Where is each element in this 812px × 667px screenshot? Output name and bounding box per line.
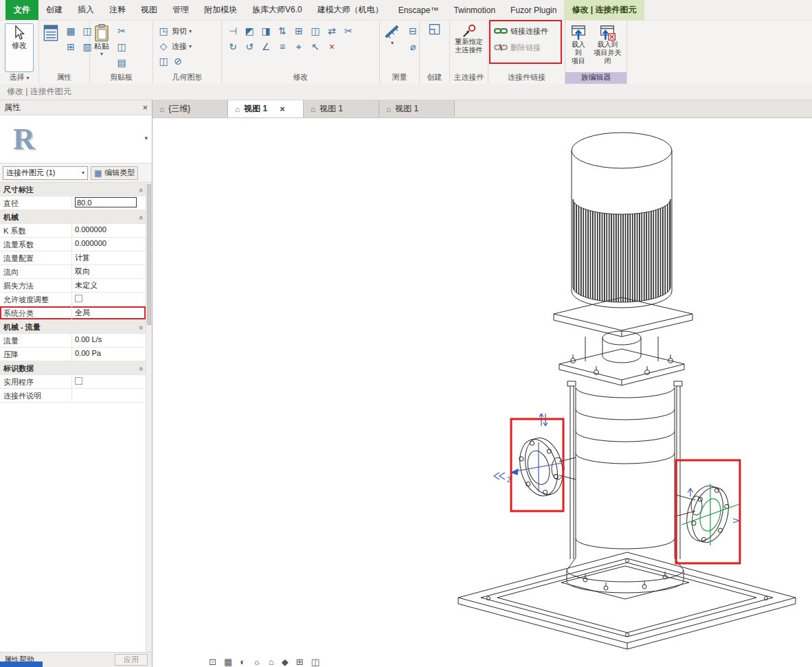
section-dimensions[interactable]: 尺寸标注 « xyxy=(0,183,146,196)
row-system-classification[interactable]: 系统分类 全局 xyxy=(0,306,146,320)
row-flow-configuration[interactable]: 流量配置 计算 xyxy=(0,251,146,265)
tab-annotate[interactable]: 注释 xyxy=(102,0,133,20)
create-group-button[interactable]: ◱ xyxy=(425,23,444,72)
split-icon[interactable]: ✂ xyxy=(340,23,357,38)
visibility-icon[interactable]: ⊞ xyxy=(63,39,79,54)
view-tab-view1-c[interactable]: ⌂ 视图 1 xyxy=(379,100,455,117)
sun-path-icon[interactable]: ☼ xyxy=(253,657,261,667)
row-k-factor[interactable]: K 系数 0.000000 xyxy=(0,224,146,238)
row-connector-description[interactable]: 连接件说明 xyxy=(0,389,146,403)
type-preview[interactable]: R ▾ xyxy=(0,115,152,163)
row-loss-method[interactable]: 损失方法 未定义 xyxy=(0,279,146,293)
copy-icon[interactable]: ◫ xyxy=(113,39,130,54)
visual-style-icon[interactable]: ◐ xyxy=(240,657,245,667)
load-project-close-icon xyxy=(599,24,616,41)
measure-button[interactable]: ▾ xyxy=(383,23,402,72)
diameter-icon[interactable]: ⌀ xyxy=(405,39,421,54)
collapse-icon[interactable]: « xyxy=(135,326,146,330)
family-types-icon[interactable]: ▦ xyxy=(63,23,79,38)
link-connectors-button[interactable]: 链接连接件 xyxy=(491,23,562,38)
tab-view[interactable]: 视图 xyxy=(133,0,165,20)
scale-icon[interactable]: ↖ xyxy=(307,39,324,54)
panel-connector-links: 链接连接件 删除链接 连接件链接 xyxy=(488,21,565,84)
close-view-icon[interactable]: × xyxy=(280,104,285,114)
void-icon[interactable]: ⊘ xyxy=(172,54,184,69)
panel-label-select[interactable]: 选择 ▾ xyxy=(0,72,38,84)
scrollbar-thumb[interactable] xyxy=(147,184,151,325)
apply-button[interactable]: 应用 xyxy=(115,654,148,666)
section-mechanical-flow[interactable]: 机械 - 流量 « xyxy=(0,320,146,334)
row-flow-factor[interactable]: 流量系数 0.000000 xyxy=(0,238,146,251)
tab-manage[interactable]: 管理 xyxy=(165,0,196,20)
rotate-icon[interactable]: ↻ xyxy=(225,39,241,54)
model-viewport[interactable]: 2 ⊡ ▦ ◐ ☼ ⌂ ◆ ⊞ ◫ xyxy=(153,118,812,667)
rotate-ccw-icon[interactable]: ↺ xyxy=(241,39,258,54)
rendering-icon[interactable]: ◆ xyxy=(282,657,289,667)
panel-modify: ⊣ ◩ ◨ ⇅ ⊞ ◫ ⇄ ✂ ↻ ↺ ∠ ≡ ⌖ ↖ × 修改 xyxy=(222,21,380,84)
dimension-icon[interactable]: ⊟ xyxy=(405,23,421,38)
load-into-project-button[interactable]: 载入到 项目 xyxy=(568,23,589,72)
tab-addins[interactable]: 附加模块 xyxy=(196,0,245,20)
cut-geometry-button[interactable]: ◳ 剪切 ▾ xyxy=(156,23,218,38)
dropdown-icon: ▾ xyxy=(82,170,84,176)
move-icon[interactable]: ⇅ xyxy=(274,23,291,38)
properties-button[interactable] xyxy=(42,23,60,72)
tab-family-lib[interactable]: 族库大师V6.0 xyxy=(245,0,310,20)
tab-enscape[interactable]: Enscape™ xyxy=(391,0,447,20)
chevron-down-icon[interactable]: ▾ xyxy=(144,135,148,142)
solid-cube-icon[interactable]: ◫ xyxy=(157,54,170,69)
collapse-icon[interactable]: « xyxy=(135,188,146,192)
edit-type-button[interactable]: ▦ 编辑类型 xyxy=(91,166,138,180)
close-icon[interactable]: × xyxy=(142,102,148,113)
properties-scrollbar[interactable] xyxy=(146,183,152,652)
load-into-project-and-close-button[interactable]: 载入到 项目并关闭 xyxy=(591,23,624,72)
tab-file[interactable]: 文件 xyxy=(5,0,38,20)
dropdown-icon: ▾ xyxy=(100,50,103,58)
tab-twinmotion[interactable]: Twinmotion xyxy=(446,0,503,20)
allow-slope-checkbox[interactable] xyxy=(75,295,82,302)
crop-region-icon[interactable]: ◫ xyxy=(311,657,319,667)
view-tab-3d[interactable]: ⌂ {三维} xyxy=(153,100,228,117)
mirror-icon[interactable]: ◨ xyxy=(258,23,274,38)
reassign-primary-connector-button[interactable]: 重新指定 主连接件 xyxy=(454,23,484,72)
row-diameter[interactable]: 直径 80.0 xyxy=(0,196,146,210)
match-type-icon[interactable]: ▤ xyxy=(113,55,130,70)
array-icon[interactable]: ⊞ xyxy=(291,23,307,38)
offset-icon[interactable]: ◩ xyxy=(241,23,258,38)
view-tab-view1-active[interactable]: ⌂ 视图 1 × xyxy=(228,100,304,117)
utility-checkbox[interactable] xyxy=(75,377,82,385)
join-geometry-button[interactable]: ◇ 连接 ▾ xyxy=(156,38,218,54)
copy-element-icon[interactable]: ◫ xyxy=(307,23,324,38)
modify-button[interactable]: 修改 xyxy=(5,23,34,72)
tab-create[interactable]: 创建 xyxy=(38,0,70,20)
section-mechanical[interactable]: 机械 « xyxy=(0,210,146,224)
row-flow-direction[interactable]: 流向 双向 xyxy=(0,265,146,279)
delete-link-button[interactable]: 删除链接 xyxy=(491,40,562,55)
tab-insert[interactable]: 插入 xyxy=(70,0,102,20)
detail-level-icon[interactable]: ▦ xyxy=(224,657,232,667)
type-selector[interactable]: 连接件图元 (1) ▾ xyxy=(3,166,88,180)
scale-icon[interactable]: ⊡ xyxy=(209,657,216,667)
pin-icon[interactable]: ⌖ xyxy=(291,39,307,54)
extend-icon[interactable]: ≡ xyxy=(274,39,291,54)
paste-button[interactable]: 粘贴 ▾ xyxy=(93,23,111,72)
collapse-icon[interactable]: « xyxy=(135,367,146,371)
crop-view-icon[interactable]: ⊞ xyxy=(296,657,304,667)
row-utility[interactable]: 实用程序 xyxy=(0,375,146,389)
cut-icon[interactable]: ✂ xyxy=(113,23,130,38)
trim-icon[interactable]: ∠ xyxy=(258,39,274,54)
row-flow[interactable]: 流量 0.00 L/s xyxy=(0,334,146,348)
tab-modeling-master[interactable]: 建模大师（机电） xyxy=(310,0,391,20)
tab-fuzor[interactable]: Fuzor Plugin xyxy=(503,0,564,20)
diameter-input[interactable]: 80.0 xyxy=(75,197,137,207)
view-tab-view1-b[interactable]: ⌂ 视图 1 xyxy=(304,100,379,117)
collapse-icon[interactable]: « xyxy=(135,216,146,220)
row-allow-slope[interactable]: 允许坡度调整 xyxy=(0,293,146,306)
row-pressure-drop[interactable]: 压降 0.00 Pa xyxy=(0,348,146,361)
section-identity-data[interactable]: 标识数据 « xyxy=(0,361,146,375)
delete-icon[interactable]: × xyxy=(324,39,340,54)
swap-icon[interactable]: ⇄ xyxy=(324,23,340,38)
align-icon[interactable]: ⊣ xyxy=(225,23,241,38)
tab-modify-connector-context[interactable]: 修改 | 连接件图元 xyxy=(564,0,644,20)
shadows-icon[interactable]: ⌂ xyxy=(269,657,274,667)
